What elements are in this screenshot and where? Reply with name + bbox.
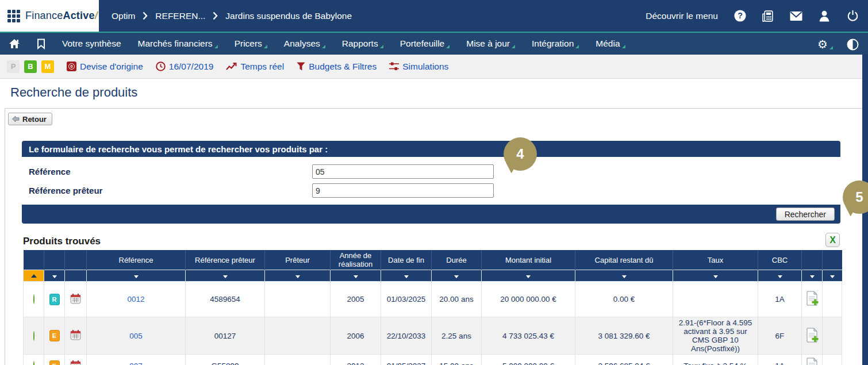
reference-input[interactable] xyxy=(312,164,494,179)
filter-cell[interactable] xyxy=(87,270,186,282)
temps-reel-button[interactable]: Temps réel xyxy=(226,62,284,72)
app-grid-icon[interactable] xyxy=(7,10,20,22)
col-taux[interactable]: Taux xyxy=(673,250,758,270)
breadcrumb: Optim REFEREN... Jardins suspendus de Ba… xyxy=(112,0,352,32)
col-calendar[interactable] xyxy=(65,250,87,270)
cell-capital-restant: 2 596 685.04 € xyxy=(575,355,673,365)
reference-link[interactable]: 005 xyxy=(129,332,143,340)
logo-box[interactable]: FinanceActive/ xyxy=(0,0,99,32)
dropdown-caret-icon xyxy=(829,46,833,49)
col-reference-preteur[interactable]: Référence prêteur xyxy=(186,250,265,270)
filter-cell[interactable] xyxy=(482,270,575,282)
badge-b[interactable]: B xyxy=(24,60,37,73)
calendar-icon[interactable] xyxy=(70,293,81,304)
simulations-button[interactable]: Simulations xyxy=(389,62,448,72)
rechercher-button[interactable]: Rechercher xyxy=(776,208,835,221)
filter-cell[interactable] xyxy=(331,270,381,282)
col-preteur[interactable]: Prêteur xyxy=(265,250,331,270)
cell-reference-preteur: G55899 xyxy=(186,355,265,365)
breadcrumb-optim[interactable]: Optim xyxy=(112,11,135,21)
filter-cell[interactable] xyxy=(265,270,331,282)
mail-icon[interactable] xyxy=(790,10,802,22)
excel-icon: X xyxy=(829,235,836,245)
col-capital-restant[interactable]: Capital restant dû xyxy=(575,250,673,270)
col-montant-initial[interactable]: Montant initial xyxy=(482,250,575,270)
budgets-filtres-button[interactable]: Budgets & Filtres xyxy=(297,62,377,72)
devise-origine-button[interactable]: 0 Devise d'origine xyxy=(67,62,143,72)
power-icon[interactable] xyxy=(846,10,859,22)
filter-cell[interactable] xyxy=(673,270,758,282)
type-badge: E xyxy=(49,360,60,365)
col-status[interactable] xyxy=(24,250,44,270)
currency-icon: 0 xyxy=(67,62,76,71)
results-title: Produits trouvés xyxy=(23,236,101,247)
nav-media[interactable]: Média xyxy=(596,39,625,49)
calendar-icon[interactable] xyxy=(70,329,81,340)
valuation-date-button[interactable]: 16/07/2019 xyxy=(156,62,214,72)
cell-montant-initial: 5 000 000.00 € xyxy=(482,355,575,365)
col-type[interactable] xyxy=(44,250,65,270)
col-annee[interactable]: Année de réalisation xyxy=(331,250,381,270)
badge-p[interactable]: P xyxy=(7,60,20,73)
retour-button[interactable]: Retour xyxy=(8,113,52,125)
cell-annee: 2012 xyxy=(331,355,381,365)
nav-marches-financiers[interactable]: Marchés financiers xyxy=(138,39,218,49)
dropdown-caret-icon xyxy=(322,45,325,48)
filter-caret-icon xyxy=(526,275,531,278)
col-action[interactable] xyxy=(802,250,823,270)
col-duree[interactable]: Durée xyxy=(432,250,482,270)
filter-cell[interactable] xyxy=(381,270,432,282)
breadcrumb-referen[interactable]: REFEREN... xyxy=(155,11,205,21)
filter-cell[interactable] xyxy=(823,270,842,282)
cell-date-fin: 22/10/2033 xyxy=(381,317,432,355)
nav-analyses[interactable]: Analyses xyxy=(284,39,325,49)
cell-montant-initial: 20 000 000.00 € xyxy=(482,282,575,317)
filter-caret-icon xyxy=(354,275,358,278)
add-document-icon[interactable] xyxy=(806,358,819,365)
nav-rapports[interactable]: Rapports xyxy=(342,39,383,49)
table-row: E 005 00127 2006 22/10/2033 2.25 ans 4 7… xyxy=(24,317,842,355)
cell-annee: 2005 xyxy=(331,282,381,317)
fax-icon[interactable] xyxy=(762,10,774,22)
dropdown-caret-icon xyxy=(380,45,383,48)
filter-cell[interactable] xyxy=(186,270,265,282)
help-icon[interactable]: ? xyxy=(733,10,746,22)
topbar-right: Découvrir le menu ? xyxy=(646,0,859,32)
funnel-icon xyxy=(297,62,305,71)
filter-cell[interactable] xyxy=(575,270,673,282)
filter-cell[interactable] xyxy=(802,270,823,282)
nav-votre-synthese[interactable]: Votre synthèse xyxy=(62,39,121,49)
eye-icon[interactable] xyxy=(847,39,859,51)
add-document-icon[interactable] xyxy=(806,291,819,306)
nav-mise-a-jour[interactable]: Mise à jour xyxy=(466,39,515,49)
reference-link[interactable]: 007 xyxy=(129,362,143,365)
excel-export-button[interactable]: X xyxy=(825,233,840,247)
filter-cell[interactable] xyxy=(432,270,482,282)
home-icon[interactable] xyxy=(9,39,20,49)
col-cbc[interactable]: CBC xyxy=(758,250,802,270)
reference-link[interactable]: 0012 xyxy=(127,295,144,303)
bookmark-icon[interactable] xyxy=(37,39,45,49)
cell-date-fin: 01/05/2027 xyxy=(381,355,432,365)
filter-cell[interactable] xyxy=(65,270,87,282)
user-icon[interactable] xyxy=(818,10,831,22)
filter-cell[interactable] xyxy=(758,270,802,282)
filter-cell[interactable] xyxy=(44,270,65,282)
sort-asc-cell[interactable] xyxy=(24,270,44,282)
annotation-balloon-5: 5 xyxy=(843,180,868,214)
add-document-icon[interactable] xyxy=(806,328,819,343)
breadcrumb-entity[interactable]: Jardins suspendus de Babylone xyxy=(225,11,352,21)
nav-pricers[interactable]: Pricers xyxy=(235,39,267,49)
reference-preteur-input[interactable] xyxy=(312,183,494,198)
nav-integration[interactable]: Intégration xyxy=(532,39,579,49)
discover-menu-link[interactable]: Découvrir le menu xyxy=(646,11,718,21)
page-title: Recherche de produits xyxy=(10,85,137,100)
col-reference[interactable]: Référence xyxy=(87,250,186,270)
gear-icon[interactable]: ⚙ xyxy=(817,39,833,50)
col-extra[interactable] xyxy=(823,250,842,270)
type-badge: E xyxy=(49,330,60,341)
nav-portefeuille[interactable]: Portefeuille xyxy=(400,39,450,49)
badge-m[interactable]: M xyxy=(41,60,54,73)
calendar-icon[interactable] xyxy=(70,360,81,365)
col-date-fin[interactable]: Date de fin xyxy=(381,250,432,270)
